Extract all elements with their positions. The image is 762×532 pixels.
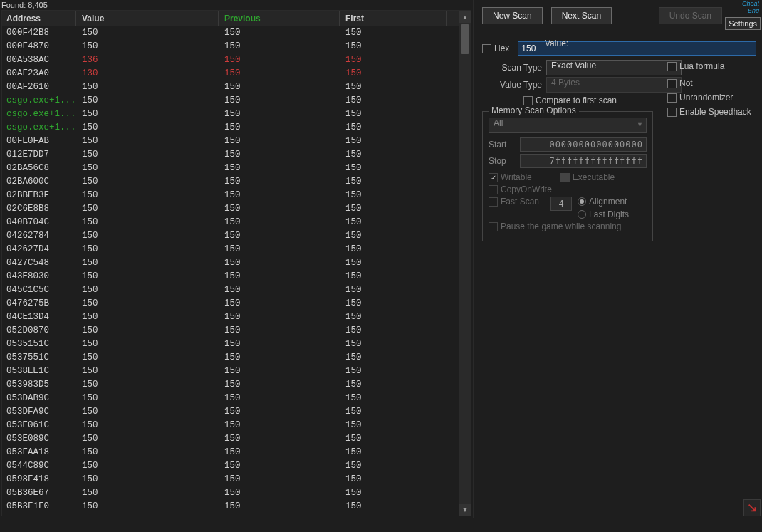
table-row[interactable]: 04CE13D4150150150 bbox=[2, 311, 471, 324]
unrandomizer-checkbox[interactable]: Unrandomizer bbox=[667, 93, 751, 103]
cell-value: 150 bbox=[76, 378, 219, 392]
cell-first: 150 bbox=[340, 162, 447, 175]
cell-value: 150 bbox=[76, 297, 219, 311]
table-row[interactable]: 053FAA18150150150 bbox=[2, 446, 471, 459]
table-row[interactable]: 02BA600C150150150 bbox=[2, 175, 471, 189]
mso-stop-input[interactable] bbox=[520, 154, 647, 168]
cell-first: 150 bbox=[340, 297, 447, 311]
lua-formula-checkbox[interactable]: Lua formula bbox=[667, 61, 724, 71]
cell-address: csgo.exe+1... bbox=[2, 94, 76, 108]
compare-first-checkbox[interactable]: Compare to first scan bbox=[523, 95, 617, 105]
table-row[interactable]: 040B704C150150150 bbox=[2, 216, 471, 229]
table-row[interactable]: csgo.exe+1...150150150 bbox=[2, 108, 471, 121]
table-row[interactable]: 000F42B8150150150 bbox=[2, 26, 471, 40]
last-digits-radio[interactable]: Last Digits bbox=[578, 209, 629, 219]
cell-value: 150 bbox=[76, 283, 219, 297]
table-row[interactable]: 00FE0FAB150150150 bbox=[2, 135, 471, 148]
table-row[interactable]: 053E089C150150150 bbox=[2, 432, 471, 446]
enable-speedhack-checkbox[interactable]: Enable Speedhack bbox=[667, 107, 751, 117]
cell-previous: 150 bbox=[219, 378, 340, 392]
table-row[interactable]: 00AF2610150150150 bbox=[2, 80, 471, 94]
table-row[interactable]: 00A538AC136150150 bbox=[2, 53, 471, 67]
cell-first: 150 bbox=[340, 365, 447, 378]
cell-first: 150 bbox=[340, 53, 447, 67]
cell-value: 150 bbox=[76, 108, 219, 121]
scroll-thumb[interactable] bbox=[461, 24, 469, 54]
cell-previous: 150 bbox=[219, 189, 340, 202]
cell-previous: 150 bbox=[219, 80, 340, 94]
cell-previous: 150 bbox=[219, 432, 340, 446]
mso-region-select[interactable]: All▼ bbox=[489, 118, 647, 133]
cell-first: 150 bbox=[340, 26, 447, 40]
cell-previous: 150 bbox=[219, 365, 340, 378]
table-row[interactable]: csgo.exe+1...150150150 bbox=[2, 121, 471, 135]
table-row[interactable]: 0476275B150150150 bbox=[2, 297, 471, 311]
header-previous[interactable]: Previous bbox=[219, 11, 340, 26]
table-row[interactable]: 053E061C150150150 bbox=[2, 419, 471, 432]
table-row[interactable]: csgo.exe+1...150150150 bbox=[2, 94, 471, 108]
table-row[interactable]: 012E7DD7150150150 bbox=[2, 148, 471, 162]
alignment-radio[interactable]: Alignment bbox=[578, 197, 629, 207]
cell-previous: 150 bbox=[219, 351, 340, 365]
table-row[interactable]: 05B36E67150150150 bbox=[2, 486, 471, 500]
table-row[interactable]: 0598F418150150150 bbox=[2, 473, 471, 486]
cell-first: 150 bbox=[340, 243, 447, 256]
executable-checkbox[interactable]: Executable bbox=[560, 172, 615, 182]
table-row[interactable]: 02C6E8B8150150150 bbox=[2, 202, 471, 216]
header-address[interactable]: Address bbox=[2, 11, 76, 26]
cell-value: 150 bbox=[76, 121, 219, 135]
copyonwrite-checkbox[interactable]: CopyOnWrite bbox=[489, 184, 552, 194]
table-row[interactable]: 0427C548150150150 bbox=[2, 256, 471, 270]
cell-first: 150 bbox=[340, 500, 447, 513]
table-row[interactable]: 0544C89C150150150 bbox=[2, 459, 471, 473]
results-table[interactable]: Address Value Previous First 000F42B8150… bbox=[1, 10, 471, 516]
value-type-select[interactable]: 4 Bytes▼ bbox=[546, 77, 682, 93]
cell-address: 02BA56C8 bbox=[2, 162, 76, 175]
fast-scan-checkbox[interactable]: Fast Scan bbox=[489, 197, 539, 207]
found-count: Found: 8,405 bbox=[0, 0, 473, 10]
new-scan-button[interactable]: New Scan bbox=[482, 7, 543, 24]
table-row[interactable]: 053DAB9C150150150 bbox=[2, 392, 471, 405]
scroll-down-icon[interactable]: ▼ bbox=[459, 504, 471, 516]
table-row[interactable]: 053983D5150150150 bbox=[2, 378, 471, 392]
cell-first: 150 bbox=[340, 378, 447, 392]
table-row[interactable]: 045C1C5C150150150 bbox=[2, 283, 471, 297]
table-row[interactable]: 000F4870150150150 bbox=[2, 40, 471, 53]
cell-previous: 150 bbox=[219, 53, 340, 67]
cell-first: 150 bbox=[340, 270, 447, 283]
resize-handle[interactable] bbox=[743, 499, 761, 516]
table-row[interactable]: 0537551C150150150 bbox=[2, 351, 471, 365]
table-row[interactable]: 0538EE1C150150150 bbox=[2, 365, 471, 378]
table-row[interactable]: 00AF23A0130150150 bbox=[2, 67, 471, 80]
results-scrollbar[interactable]: ▲ ▼ bbox=[459, 11, 471, 516]
not-checkbox[interactable]: Not bbox=[667, 78, 693, 88]
fast-scan-value[interactable] bbox=[550, 197, 572, 211]
cell-address: 05B3F1F0 bbox=[2, 500, 76, 513]
scan-type-select[interactable]: Exact Value▼ bbox=[546, 60, 682, 75]
hex-checkbox[interactable]: Hex bbox=[482, 43, 509, 53]
cell-value: 150 bbox=[76, 175, 219, 189]
cell-address: 0544C89C bbox=[2, 459, 76, 473]
scroll-up-icon[interactable]: ▲ bbox=[459, 11, 471, 23]
table-row[interactable]: 0535151C150150150 bbox=[2, 338, 471, 351]
writable-checkbox[interactable]: ✓Writable bbox=[489, 172, 532, 182]
table-row[interactable]: 052D0870150150150 bbox=[2, 324, 471, 338]
settings-button[interactable]: Settings bbox=[725, 17, 761, 30]
table-row[interactable]: 04262784150150150 bbox=[2, 229, 471, 243]
table-row[interactable]: 043E8030150150150 bbox=[2, 270, 471, 283]
mso-start-input[interactable] bbox=[520, 137, 647, 152]
table-row[interactable]: 02BBEB3F150150150 bbox=[2, 189, 471, 202]
next-scan-button[interactable]: Next Scan bbox=[551, 7, 612, 24]
table-row[interactable]: 02BA56C8150150150 bbox=[2, 162, 471, 175]
cell-previous: 150 bbox=[219, 500, 340, 513]
pause-game-checkbox[interactable]: Pause the game while scanning bbox=[489, 221, 621, 231]
table-row[interactable]: 042627D4150150150 bbox=[2, 243, 471, 256]
cell-previous: 150 bbox=[219, 473, 340, 486]
cell-address: 043E8030 bbox=[2, 270, 76, 283]
cell-address: 053983D5 bbox=[2, 378, 76, 392]
table-row[interactable]: 053DFA9C150150150 bbox=[2, 405, 471, 419]
header-value[interactable]: Value bbox=[76, 11, 219, 26]
header-first[interactable]: First bbox=[340, 11, 447, 26]
table-row[interactable]: 05B3F1F0150150150 bbox=[2, 500, 471, 513]
cell-previous: 150 bbox=[219, 459, 340, 473]
